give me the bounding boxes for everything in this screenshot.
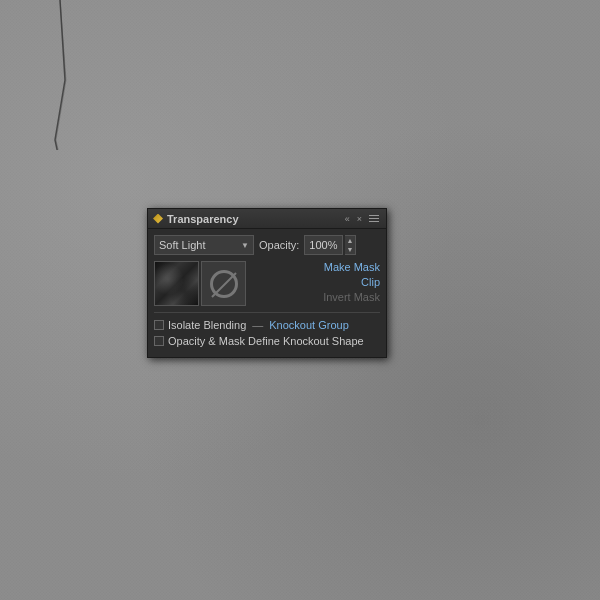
opacity-decrease-button[interactable]: ▼	[345, 245, 356, 254]
panel-diamond-icon	[153, 214, 163, 224]
invert-mask-button[interactable]: Invert Mask	[323, 291, 380, 303]
knockout-group-label: Knockout Group	[269, 319, 349, 331]
panel-content: Soft Light ▼ Opacity: 100% ▲ ▼	[148, 229, 386, 357]
opacity-mask-checkbox[interactable]	[154, 336, 164, 346]
menu-line-3	[369, 221, 379, 222]
panel-collapse-button[interactable]: «	[343, 214, 352, 224]
bg-cracks	[0, 0, 300, 150]
opacity-value[interactable]: 100%	[304, 235, 342, 255]
transparency-panel: Transparency « × Soft Light ▼ Opacity: 1…	[147, 208, 387, 358]
opacity-mask-row: Opacity & Mask Define Knockout Shape	[154, 335, 380, 347]
opacity-label: Opacity:	[259, 239, 299, 251]
isolate-blending-row: Isolate Blending — Knockout Group	[154, 319, 380, 331]
opacity-mask-label: Opacity & Mask Define Knockout Shape	[168, 335, 364, 347]
no-mask-icon	[210, 270, 238, 298]
isolate-blending-checkbox[interactable]	[154, 320, 164, 330]
separator: —	[252, 319, 263, 331]
panel-titlebar: Transparency « ×	[148, 209, 386, 229]
mask-thumbnails	[154, 261, 246, 306]
make-mask-button[interactable]: Make Mask	[324, 261, 380, 273]
opacity-input-row: 100% ▲ ▼	[304, 235, 356, 255]
panel-title-right: « ×	[343, 213, 381, 224]
mask-buttons: Make Mask Clip Invert Mask	[251, 261, 380, 303]
opacity-increase-button[interactable]: ▲	[345, 236, 356, 245]
layer-thumbnail[interactable]	[154, 261, 199, 306]
panel-title-left: Transparency	[153, 213, 239, 225]
blend-mode-arrow-icon: ▼	[241, 241, 249, 250]
checkbox-section: Isolate Blending — Knockout Group Opacit…	[154, 312, 380, 347]
panel-title: Transparency	[167, 213, 239, 225]
panel-menu-button[interactable]	[367, 213, 381, 224]
blend-mode-dropdown[interactable]: Soft Light ▼	[154, 235, 254, 255]
panel-close-button[interactable]: ×	[355, 214, 364, 224]
mask-area: Make Mask Clip Invert Mask	[154, 261, 380, 306]
menu-line-2	[369, 218, 379, 219]
isolate-blending-label: Isolate Blending	[168, 319, 246, 331]
clip-button[interactable]: Clip	[361, 276, 380, 288]
blend-opacity-row: Soft Light ▼ Opacity: 100% ▲ ▼	[154, 235, 380, 255]
menu-line-1	[369, 215, 379, 216]
blend-mode-value: Soft Light	[159, 239, 238, 251]
mask-thumbnail[interactable]	[201, 261, 246, 306]
opacity-stepper: ▲ ▼	[345, 235, 357, 255]
